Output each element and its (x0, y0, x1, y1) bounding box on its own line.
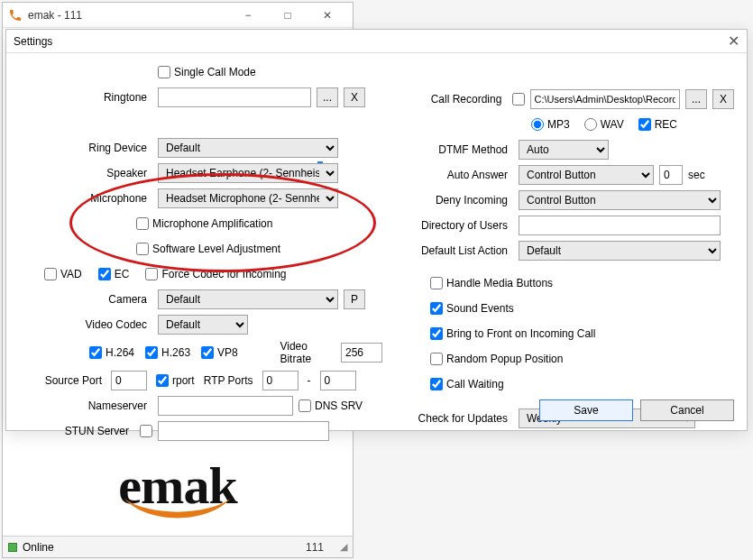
status-indicator-icon (8, 543, 17, 552)
deny-incoming-select[interactable]: Control Button (519, 190, 721, 210)
wav-radio[interactable]: WAV (584, 118, 624, 131)
sec-label: sec (688, 169, 705, 181)
sound-events-checkbox[interactable]: Sound Events (430, 302, 514, 315)
close-button[interactable]: ✕ (308, 3, 347, 28)
ringtone-clear-button[interactable]: X (344, 87, 365, 107)
rport-checkbox[interactable]: rport (156, 374, 195, 387)
rec-checkbox[interactable]: REC (638, 118, 677, 131)
title-bar: emak - 111 − □ ✕ (3, 3, 353, 28)
settings-title: Settings (14, 35, 52, 48)
directory-users-label: Directory of Users (403, 219, 513, 232)
video-codec-select[interactable]: Default (158, 315, 248, 335)
recording-clear-button[interactable]: X (712, 89, 734, 109)
settings-close-button[interactable]: ✕ (728, 32, 739, 50)
dialog-buttons: Save Cancel (539, 399, 734, 421)
ec-checkbox[interactable]: EC (98, 268, 130, 280)
ringtone-label: Ringtone (17, 91, 152, 104)
rtp-port-from-input[interactable] (262, 371, 298, 390)
video-codec-label: Video Codec (17, 318, 152, 331)
settings-title-bar: Settings ✕ (6, 30, 747, 53)
mp3-radio[interactable]: MP3 (531, 118, 570, 131)
directory-users-input[interactable] (519, 216, 721, 235)
dtmf-label: DTMF Method (403, 143, 513, 156)
vad-checkbox[interactable]: VAD (44, 268, 82, 280)
call-recording-checkbox[interactable] (512, 93, 524, 106)
left-column: Single Call Mode Ringtone ... X Ring Dev… (17, 62, 382, 446)
stun-enable-checkbox[interactable] (140, 425, 152, 437)
rtp-port-to-input[interactable] (320, 371, 356, 390)
dtmf-select[interactable]: Auto (519, 140, 609, 160)
h264-checkbox[interactable]: H.264 (89, 346, 134, 359)
single-call-mode-checkbox[interactable]: Single Call Mode (158, 66, 256, 78)
ringtone-input[interactable] (158, 87, 311, 107)
recording-path-input[interactable] (530, 89, 680, 109)
stun-label: STUN Server (17, 425, 134, 437)
media-buttons-checkbox[interactable]: Handle Media Buttons (430, 277, 553, 289)
microphone-select[interactable]: Headset Microphone (2- Sennheis (158, 188, 338, 208)
right-column: Call Recording ... X MP3 WAV REC DTMF Me… (403, 89, 734, 434)
maximize-button[interactable]: □ (268, 3, 308, 28)
deny-incoming-label: Deny Incoming (403, 194, 513, 207)
video-bitrate-label: Video Bitrate (280, 340, 330, 365)
bring-front-checkbox[interactable]: Bring to Front on Incoming Call (430, 327, 595, 340)
default-list-select[interactable]: Default (519, 241, 721, 261)
status-text: Online (23, 541, 54, 554)
force-codec-checkbox[interactable]: Force Codec for Incoming (145, 268, 286, 280)
minimize-button[interactable]: − (228, 3, 268, 28)
recording-browse-button[interactable]: ... (685, 89, 707, 109)
logo: emak (118, 455, 236, 516)
auto-answer-label: Auto Answer (403, 169, 513, 181)
ringtone-browse-button[interactable]: ... (317, 87, 338, 107)
ring-device-label: Ring Device (17, 142, 152, 154)
source-port-input[interactable] (111, 371, 147, 390)
ring-device-select[interactable]: Default (158, 138, 338, 158)
status-extension: 111 (306, 541, 331, 554)
nameserver-label: Nameserver (17, 399, 152, 412)
video-bitrate-input[interactable] (341, 343, 382, 363)
settings-dialog: Settings ✕ Single Call Mode Ringtone ...… (5, 29, 748, 431)
status-bar: Online 111 ◢ (3, 536, 353, 557)
call-waiting-checkbox[interactable]: Call Waiting (430, 378, 504, 390)
random-popup-checkbox[interactable]: Random Popup Position (430, 353, 563, 365)
updates-label: Check for Updates (403, 412, 513, 425)
rtp-dash: - (308, 374, 311, 387)
phone-icon (8, 8, 23, 23)
mic-amplification-checkbox[interactable]: Microphone Amplification (136, 217, 272, 230)
h263-checkbox[interactable]: H.263 (145, 346, 190, 359)
save-button[interactable]: Save (539, 399, 633, 421)
software-level-checkbox[interactable]: Software Level Adjustment (136, 243, 280, 255)
camera-select[interactable]: Default (158, 289, 338, 309)
default-list-label: Default List Action (403, 244, 513, 257)
auto-answer-select[interactable]: Control Button (519, 165, 654, 185)
logo-arc-icon (118, 496, 236, 525)
source-port-label: Source Port (17, 374, 102, 387)
rtp-ports-label: RTP Ports (204, 374, 253, 387)
auto-answer-sec-input[interactable] (659, 165, 683, 185)
cancel-button[interactable]: Cancel (640, 399, 734, 421)
logo-area: emak (3, 436, 353, 536)
resize-grip-icon[interactable]: ◢ (340, 541, 347, 553)
vp8-checkbox[interactable]: VP8 (201, 346, 238, 359)
nameserver-input[interactable] (158, 396, 293, 416)
microphone-label: Microphone (17, 192, 152, 205)
camera-preview-button[interactable]: P (344, 289, 365, 309)
call-recording-label: Call Recording (403, 93, 507, 106)
speaker-label: Speaker (17, 167, 152, 179)
dns-srv-checkbox[interactable]: DNS SRV (298, 399, 363, 412)
speaker-select[interactable]: Headset Earphone (2- Sennheiser (158, 163, 338, 183)
window-title: emak - 111 (28, 9, 82, 22)
stun-server-input[interactable] (158, 421, 329, 441)
camera-label: Camera (17, 293, 152, 306)
